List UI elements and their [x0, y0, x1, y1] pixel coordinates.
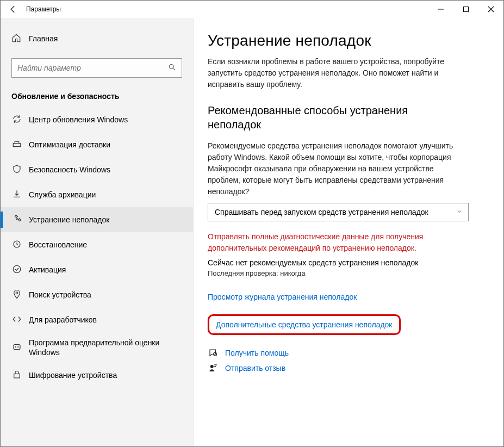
sidebar-item-activation[interactable]: Активация — [1, 257, 193, 282]
section-text: Рекомендуемые средства устранения непола… — [208, 140, 463, 197]
page-title: Устранение неполадок — [208, 32, 487, 49]
svg-point-10 — [17, 346, 18, 347]
back-button[interactable] — [3, 1, 23, 18]
close-button[interactable] — [478, 1, 503, 18]
backup-icon — [11, 189, 22, 201]
sidebar-item-troubleshoot[interactable]: Устранение неполадок — [1, 207, 193, 232]
svg-rect-4 — [13, 143, 21, 146]
sidebar-item-label: Активация — [29, 265, 66, 274]
search-input[interactable] — [17, 64, 176, 72]
sidebar-item-find-device[interactable]: Поиск устройства — [1, 282, 193, 307]
home-nav[interactable]: Главная — [1, 29, 193, 48]
get-help-row[interactable]: Получить помощь — [208, 348, 487, 358]
sidebar-item-label: Устранение неполадок — [29, 215, 109, 224]
find-device-icon — [11, 289, 22, 301]
category-header: Обновление и безопасность — [1, 88, 193, 107]
svg-point-2 — [170, 65, 174, 69]
sidebar-item-label: Для разработчиков — [29, 315, 97, 324]
sidebar-item-label: Центр обновления Windows — [29, 115, 128, 124]
get-help-link[interactable]: Получить помощь — [225, 349, 289, 357]
sidebar-item-windows-update[interactable]: Центр обновления Windows — [1, 107, 193, 132]
svg-rect-8 — [14, 344, 20, 349]
window-title: Параметры — [26, 5, 61, 13]
highlighted-link-box: Дополнительные средства устранения непол… — [208, 314, 401, 335]
status-text: Сейчас нет рекомендуемых средств устране… — [208, 258, 463, 267]
section-title: Рекомендованные способы устранения непол… — [208, 103, 463, 132]
svg-point-13 — [210, 365, 214, 368]
update-icon — [11, 114, 22, 126]
page-lead: Если возникли проблемы в работе вашего у… — [208, 56, 463, 90]
activation-icon — [11, 264, 22, 276]
svg-point-7 — [16, 291, 18, 294]
maximize-icon — [463, 6, 469, 13]
dropdown-value: Спрашивать перед запуском средств устран… — [215, 208, 428, 216]
svg-point-9 — [15, 346, 16, 347]
insider-icon — [11, 342, 22, 353]
search-icon — [168, 63, 176, 73]
sidebar-item-label: Программа предварительной оценки Windows — [29, 338, 182, 357]
window-controls — [428, 1, 503, 18]
feedback-row[interactable]: Отправить отзыв — [208, 363, 487, 373]
minimize-button[interactable] — [428, 1, 453, 18]
wrench-icon — [11, 214, 22, 226]
encryption-icon — [11, 370, 22, 381]
svg-line-3 — [173, 68, 175, 70]
diagnostic-warning: Отправлять полные диагностические данные… — [208, 231, 463, 254]
help-icon — [208, 348, 219, 358]
arrow-left-icon — [8, 4, 18, 14]
last-check-text: Последняя проверка: никогда — [208, 269, 487, 277]
titlebar: Параметры — [1, 1, 503, 18]
feedback-icon — [208, 363, 219, 373]
chevron-down-icon — [456, 208, 463, 216]
sidebar-item-label: Шифрование устройства — [29, 371, 117, 380]
sidebar-item-label: Поиск устройства — [29, 290, 91, 299]
delivery-icon — [11, 139, 22, 151]
additional-troubleshooters-link[interactable]: Дополнительные средства устранения непол… — [216, 320, 393, 329]
history-link[interactable]: Просмотр журнала устранения неполадок — [208, 293, 357, 301]
search-box[interactable] — [11, 58, 182, 78]
sidebar-item-recovery[interactable]: Восстановление — [1, 232, 193, 257]
window-frame: Параметры Главная — [0, 0, 504, 447]
home-label: Главная — [29, 34, 58, 43]
sidebar-item-backup[interactable]: Служба архивации — [1, 182, 193, 207]
sidebar-item-label: Оптимизация доставки — [29, 140, 110, 149]
sidebar-item-windows-security[interactable]: Безопасность Windows — [1, 157, 193, 182]
recovery-icon — [11, 239, 22, 251]
content-area: Устранение неполадок Если возникли пробл… — [194, 18, 503, 446]
troubleshoot-preference-dropdown[interactable]: Спрашивать перед запуском средств устран… — [208, 203, 469, 221]
sidebar-item-insider-program[interactable]: Программа предварительной оценки Windows — [1, 332, 193, 363]
sidebar-item-device-encryption[interactable]: Шифрование устройства — [1, 363, 193, 388]
developers-icon — [11, 314, 22, 326]
sidebar-item-for-developers[interactable]: Для разработчиков — [1, 307, 193, 332]
feedback-link[interactable]: Отправить отзыв — [225, 364, 285, 372]
maximize-button[interactable] — [453, 1, 478, 18]
svg-rect-1 — [464, 7, 469, 12]
sidebar-item-label: Восстановление — [29, 240, 87, 249]
sidebar-item-delivery-optimization[interactable]: Оптимизация доставки — [1, 132, 193, 157]
sidebar: Главная Обновление и безопасность Центр … — [1, 18, 194, 446]
shield-icon — [11, 164, 22, 176]
sidebar-item-label: Служба архивации — [29, 190, 96, 199]
minimize-icon — [438, 6, 444, 13]
home-icon — [11, 33, 21, 45]
sidebar-item-label: Безопасность Windows — [29, 165, 110, 174]
close-icon — [488, 6, 494, 13]
svg-point-6 — [13, 265, 21, 273]
svg-rect-11 — [14, 374, 20, 378]
